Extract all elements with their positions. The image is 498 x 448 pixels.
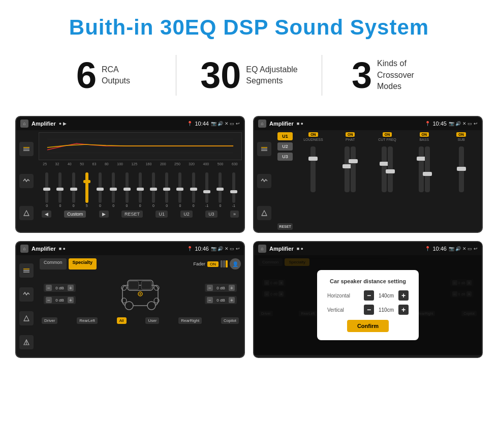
db-value-rr: 0 dB [214, 298, 227, 303]
btn-all[interactable]: All [117, 317, 127, 324]
db-value-fr: 0 dB [214, 286, 227, 290]
dialog-horizontal-label: Horizontal [327, 293, 358, 298]
tab-common[interactable]: Common [40, 258, 67, 270]
status-title-distance: Amplifier [269, 246, 294, 252]
svg-marker-3 [24, 211, 29, 216]
stat-text-rca: RCA Outputs [102, 64, 130, 87]
fader-sidebar-btn-2[interactable] [19, 287, 34, 302]
eq-slider-6[interactable]: 0 [126, 172, 129, 207]
eq-slider-10[interactable]: 0 [178, 172, 181, 207]
dialog-horizontal-value: 140cm [376, 293, 396, 298]
eq-slider-4[interactable]: 0 [99, 172, 102, 207]
eq-bottom-row: ◀ Custom ▶ RESET U1 U2 U3 » [39, 210, 242, 219]
fader-person-btn[interactable]: 👤 [230, 258, 241, 270]
home-icon-eq[interactable]: ⌂ [20, 120, 28, 128]
eq-slider-12[interactable]: -1 [205, 172, 208, 207]
eq-graph [39, 132, 242, 160]
crossover-main: U1 U2 U3 RESET ON LOUDNESS [274, 130, 482, 232]
cutfreq-on-btn[interactable]: ON [383, 132, 392, 137]
db-minus-rr[interactable]: − [207, 297, 213, 303]
db-plus-fl[interactable]: + [68, 285, 74, 291]
channel-phat: ON PHAT [333, 132, 368, 230]
eq-main-area: 253240506380100125160200250320400500630 … [37, 130, 244, 232]
eq-slider-14[interactable]: -1 [232, 172, 235, 207]
db-minus-fr[interactable]: − [207, 285, 213, 291]
eq-sidebar-btn-1[interactable] [19, 142, 34, 156]
tab-specialty[interactable]: Specialty [69, 258, 97, 270]
eq-forward-btn[interactable]: » [230, 211, 239, 218]
channel-cutfreq: ON CUT FREQ [370, 132, 405, 230]
btn-rearright[interactable]: RearRight [178, 317, 202, 324]
dialog-vertical-control: − 110cm + [364, 305, 409, 315]
eq-sidebar-btn-2[interactable] [19, 174, 34, 188]
db-minus-fl[interactable]: − [46, 285, 52, 291]
db-plus-rr[interactable]: + [229, 297, 235, 303]
distance-dialog-overlay: Car speaker distance setting Horizontal … [254, 255, 482, 355]
cross-preset-u1[interactable]: U1 [277, 132, 293, 140]
svg-marker-11 [262, 211, 267, 216]
dialog-vertical-minus[interactable]: − [364, 305, 374, 315]
stat-text-crossover: Kinds of Crossover Modes [377, 58, 438, 92]
screen-crossover: ⌂ Amplifier ■ ● 📍 10:45 📷 🔊 ✕ ▭ ↩ [253, 116, 483, 233]
cross-sidebar-btn-3[interactable] [257, 206, 271, 220]
cross-sidebar-btn-2[interactable] [257, 174, 271, 188]
cross-preset-u2[interactable]: U2 [277, 142, 293, 151]
fader-sidebar-btn-1[interactable] [19, 263, 34, 278]
fader-sidebar-btn-4[interactable] [19, 335, 34, 349]
eq-u2-btn[interactable]: U2 [180, 211, 193, 218]
dialog-horizontal-minus[interactable]: − [364, 290, 374, 301]
btn-rearleft[interactable]: RearLeft [77, 317, 98, 324]
cross-channels-row: ON LOUDNESS ON PHAT [296, 132, 479, 230]
phat-on-btn[interactable]: ON [346, 132, 355, 137]
eq-slider-8[interactable]: 0 [152, 172, 155, 207]
svg-marker-16 [24, 316, 29, 321]
fader-sidebar-btn-3[interactable] [19, 311, 34, 325]
eq-slider-0[interactable]: 0 [45, 172, 48, 207]
eq-slider-13[interactable]: 0 [219, 172, 222, 207]
status-title-crossover: Amplifier [269, 121, 294, 127]
eq-slider-5[interactable]: 0 [112, 172, 115, 207]
eq-slider-11[interactable]: 0 [192, 172, 195, 207]
loudness-label: LOUDNESS [303, 138, 323, 141]
cross-sidebar-btn-1[interactable] [257, 142, 271, 156]
eq-sidebar-btn-3[interactable] [19, 206, 34, 220]
eq-custom-label: Custom [64, 211, 86, 218]
home-icon-crossover[interactable]: ⌂ [258, 120, 266, 128]
cross-preset-u3[interactable]: U3 [277, 153, 293, 161]
btn-driver[interactable]: Driver [42, 317, 57, 324]
btn-copilot[interactable]: Copilot [221, 317, 239, 324]
eq-slider-9[interactable]: 0 [165, 172, 168, 207]
fader-on-btn[interactable]: ON [207, 261, 219, 267]
eq-reset-btn[interactable]: RESET [121, 211, 143, 218]
home-icon-fader[interactable]: ⌂ [20, 245, 28, 253]
stats-row: 6 RCA Outputs 30 EQ Adjustable Segments … [0, 50, 498, 111]
stat-text-eq: EQ Adjustable Segments [246, 64, 297, 87]
cross-reset-btn[interactable]: RESET [277, 223, 293, 230]
status-bar-left-eq: ⌂ Amplifier ● ▶ [20, 120, 67, 128]
eq-u3-btn[interactable]: U3 [205, 211, 217, 218]
eq-slider-1[interactable]: 0 [58, 172, 61, 207]
eq-prev-btn[interactable]: ◀ [42, 211, 51, 218]
db-minus-rl[interactable]: − [46, 297, 52, 303]
dialog-vertical-plus[interactable]: + [398, 305, 409, 315]
db-plus-rl[interactable]: + [68, 297, 74, 303]
eq-slider-3[interactable]: 5 [85, 172, 88, 207]
status-bar-distance: ⌂ Amplifier ■ ● 📍 10:46 📷 🔊 ✕ ▭ ↩ [254, 242, 482, 255]
btn-user[interactable]: User [145, 317, 159, 324]
eq-slider-2[interactable]: 0 [72, 172, 75, 207]
db-plus-fr[interactable]: + [229, 285, 235, 291]
status-dots-distance: ■ ● [297, 246, 303, 251]
svg-rect-22 [129, 281, 139, 289]
status-dots-eq: ● ▶ [59, 121, 67, 126]
status-time-eq: 10:44 [195, 121, 209, 127]
confirm-button[interactable]: Confirm [347, 320, 389, 332]
home-icon-distance[interactable]: ⌂ [258, 245, 266, 253]
bass-on-btn[interactable]: ON [420, 132, 429, 137]
eq-u1-btn[interactable]: U1 [155, 211, 168, 218]
eq-slider-7[interactable]: 0 [139, 172, 142, 207]
sub-on-btn[interactable]: ON [456, 132, 466, 137]
eq-play-btn[interactable]: ▶ [99, 211, 109, 218]
loudness-on-btn[interactable]: ON [308, 132, 318, 137]
dialog-horizontal-plus[interactable]: + [398, 290, 409, 301]
car-diagram [115, 273, 166, 315]
